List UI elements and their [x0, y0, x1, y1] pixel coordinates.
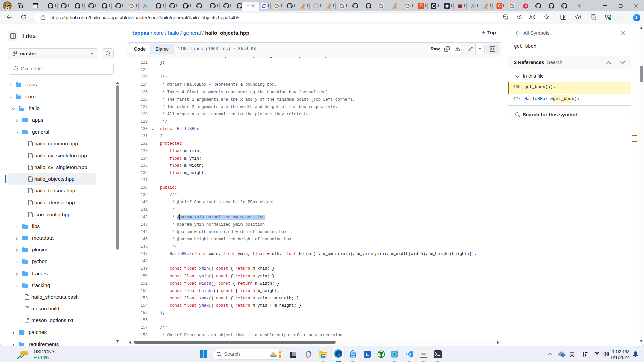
svg-text:ΛI: ΛI [143, 3, 148, 9]
svg-text:C: C [419, 3, 422, 8]
svg-text:ΛI: ΛI [471, 3, 476, 9]
svg-text:C: C [498, 3, 501, 8]
